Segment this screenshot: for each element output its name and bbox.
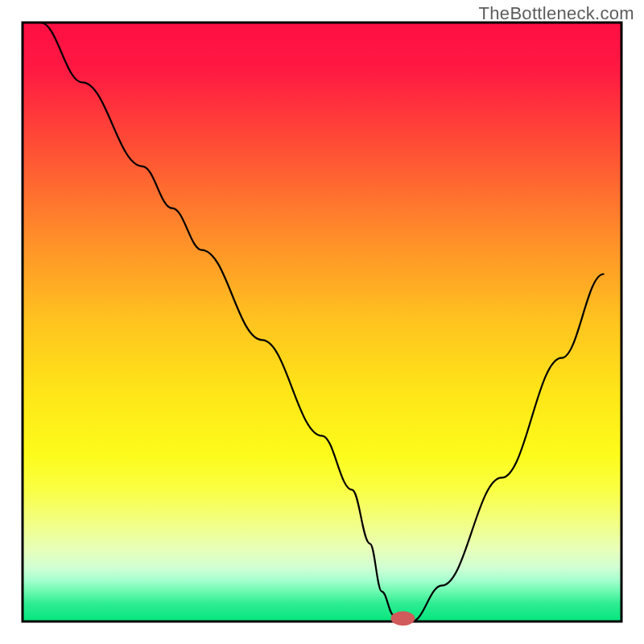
chart-background	[23, 23, 621, 621]
watermark-text: TheBottleneck.com	[479, 3, 634, 24]
chart-container: TheBottleneck.com	[0, 0, 644, 644]
bottleneck-chart	[0, 0, 644, 644]
optimal-marker	[391, 611, 415, 625]
